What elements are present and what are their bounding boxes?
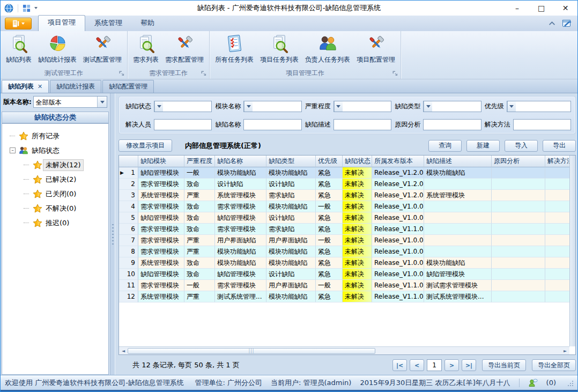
ribbon-button[interactable]: 缺陷列表 [3,33,35,65]
filter-input-解决人员[interactable] [154,119,212,130]
table-row[interactable]: 6需求管理模块致命需求管理模块需求缺陷紧急未解决Release_V1.1.0 [119,224,569,235]
combo-dropdown-button[interactable] [244,101,253,112]
column-header-缺陷名称[interactable]: 缺陷名称 [215,156,266,167]
ribbon-tab-3[interactable]: 帮助 [131,16,164,31]
filter-select-优先级[interactable] [507,101,571,112]
scrollbar-thumb[interactable]: ||| [128,348,375,354]
scroll-right-icon[interactable]: ► [561,349,569,353]
ribbon-button[interactable]: 项目任务列表 [257,33,302,65]
ribbon-button[interactable]: 项目配置管理 [353,33,398,65]
filter-select-缺陷状态[interactable] [154,101,212,112]
table-row[interactable]: 8需求管理模块严重模块功能缺陷模块功能缺陷紧急未解决Release_V1.0.0 [119,246,569,257]
column-header-缺陷类型[interactable]: 缺陷类型 [266,156,316,167]
filter-input-解决方法[interactable] [513,119,571,130]
doc-tab-2[interactable]: 缺陷统计报表 [50,80,101,93]
table-row[interactable]: 10缺陷管理模块致命缺陷管理模块设计缺陷紧急未解决Release_V1.0.0缺… [119,269,569,280]
table-row[interactable]: 11需求管理模块一般需求管理模块用户界面缺陷一般未解决Release_V1.1.… [119,280,569,291]
next-page-button[interactable]: > [444,359,459,371]
column-header-indicator[interactable] [119,156,138,167]
filter-input-原因分析[interactable] [423,119,481,130]
tree-expander-icon[interactable]: – [10,147,16,153]
ribbon-button-label: 负责人任务列表 [305,55,350,64]
ribbon-group-3: 所有任务列表项目任务列表负责人任务列表项目配置管理项目管理工作 [210,31,401,79]
collapse-ribbon-icon[interactable] [549,21,555,26]
table-row[interactable]: 7需求管理模块严重用户界面缺陷用户界面缺陷一般未解决Release_V1.0.0 [119,235,569,246]
export-button-2[interactable]: 导出全部页 [532,359,576,371]
app-menu-button[interactable] [5,18,32,29]
tree-item[interactable]: 已解决(2) [2,172,108,187]
action-button-新建[interactable]: 新建 [466,140,500,152]
action-button-导入[interactable]: 导入 [505,140,538,152]
ribbon-button[interactable]: 需求配置管理 [162,33,207,65]
table-row[interactable]: 2需求管理模块致命设计缺陷设计缺陷紧急未解决Release_V1.2.0 [119,179,569,190]
vertical-scrollbar[interactable] [569,156,575,346]
first-page-button[interactable]: |< [392,359,407,371]
column-header-所属发布版本[interactable]: 所属发布版本 [372,156,424,167]
page-number-input[interactable] [427,359,442,371]
table-row[interactable]: 4需求管理模块致命需求管理模块模块功能缺陷一般未解决Release_V1.0.0 [119,201,569,212]
ribbon-button[interactable]: 缺陷统计报表 [35,33,80,65]
action-button-导出[interactable]: 导出 [543,140,576,152]
maximize-button[interactable]: □ [529,1,553,16]
table-row[interactable]: 5缺陷管理模块致命缺陷管理模块设计缺陷紧急未解决Release_V1.0.0 [119,212,569,224]
dialog-launcher-icon[interactable] [392,70,398,77]
last-page-button[interactable]: >| [462,359,476,371]
filter-select-严重程度[interactable] [334,101,391,112]
resize-grip[interactable] [567,380,573,386]
table-row[interactable]: ▶1缺陷管理模块一般模块功能缺陷模块功能缺陷紧急未解决Release_V1.2.… [119,167,569,179]
filter-select-模块名称[interactable] [243,101,301,112]
action-button-查询[interactable]: 查询 [428,140,462,152]
export-button-1[interactable]: 导出当前页 [482,359,526,371]
tree-item[interactable]: 不解决(0) [2,201,108,216]
column-header-缺陷状态[interactable]: 缺陷状态 [343,156,372,167]
combo-dropdown-button[interactable] [507,101,516,112]
column-header-解决方法[interactable]: 解决方法 [545,156,569,167]
tree-item[interactable]: 推迟(0) [2,216,108,230]
scroll-left-icon[interactable]: ◄ [119,349,128,353]
tree-item[interactable]: 未解决(12) [2,158,108,172]
filter-input-缺陷描述[interactable] [334,119,391,130]
tree-item[interactable]: 所有记录 [2,129,108,143]
combo-dropdown-button[interactable] [154,101,163,112]
table-row[interactable]: 3系统管理模块严重系统管理模块需求缺陷紧急未解决Release_V1.2.0系统… [119,190,569,201]
combo-dropdown-button[interactable] [97,97,107,107]
ribbon-button[interactable]: 所有任务列表 [212,33,257,65]
column-header-原因分析[interactable]: 原因分析 [492,156,545,167]
ribbon-button[interactable]: 负责人任务列表 [302,33,353,65]
column-header-优先级[interactable]: 优先级 [316,156,343,167]
app-logo-globe-icon[interactable] [4,4,13,13]
column-header-严重程度[interactable]: 严重程度 [184,156,215,167]
close-tab-icon[interactable]: ✕ [38,83,42,90]
ribbon-button[interactable]: 需求列表 [130,33,162,65]
table-row[interactable]: 12系统管理模块严重测试系统管理...模块功能缺陷紧急未解决Release_V1… [119,291,569,302]
horizontal-scrollbar[interactable]: ◄ ||| ► [119,346,569,354]
column-header-缺陷模块[interactable]: 缺陷模块 [138,156,184,167]
online-user-icon[interactable] [528,378,538,387]
chevron-down-icon[interactable] [34,7,38,9]
table-row[interactable]: 9系统管理模块致命模块功能缺陷模块功能缺陷紧急未解决Release_V1.0.0… [119,257,569,269]
layout-switch-icon[interactable] [23,4,31,12]
column-header-缺陷描述[interactable]: 缺陷描述 [424,156,492,167]
combo-dropdown-button[interactable] [334,101,343,112]
dialog-launcher-icon[interactable] [118,70,125,77]
close-button[interactable]: ✕ [553,1,577,16]
doc-tab-3[interactable]: 缺陷配置管理 [102,80,154,93]
ribbon-button[interactable]: 测试配置管理 [80,33,125,65]
minimize-button[interactable]: – [505,1,529,16]
filter-input-缺陷名称[interactable] [243,119,301,130]
tree-item[interactable]: –缺陷状态 [2,143,108,158]
tree-item-label: 已解决(2) [43,174,79,186]
tree-item-label: 所有记录 [29,130,62,142]
ribbon-tab-1[interactable]: 项目管理 [38,15,85,31]
modify-display-items-button[interactable]: 修改显示项目 [118,139,172,152]
doc-tab-1[interactable]: 缺陷列表✕ [2,80,49,93]
prev-page-button[interactable]: < [410,359,424,371]
dialog-launcher-icon[interactable] [201,70,207,77]
help-icon[interactable] [562,19,572,28]
ribbon-tab-2[interactable]: 系统管理 [85,16,131,31]
version-combobox[interactable]: 全部版本 [33,96,107,108]
tree-item[interactable]: 已关闭(0) [2,187,108,201]
filter-select-缺陷类型[interactable] [423,101,481,112]
panel-splitter[interactable] [110,93,115,376]
combo-dropdown-button[interactable] [424,101,432,112]
